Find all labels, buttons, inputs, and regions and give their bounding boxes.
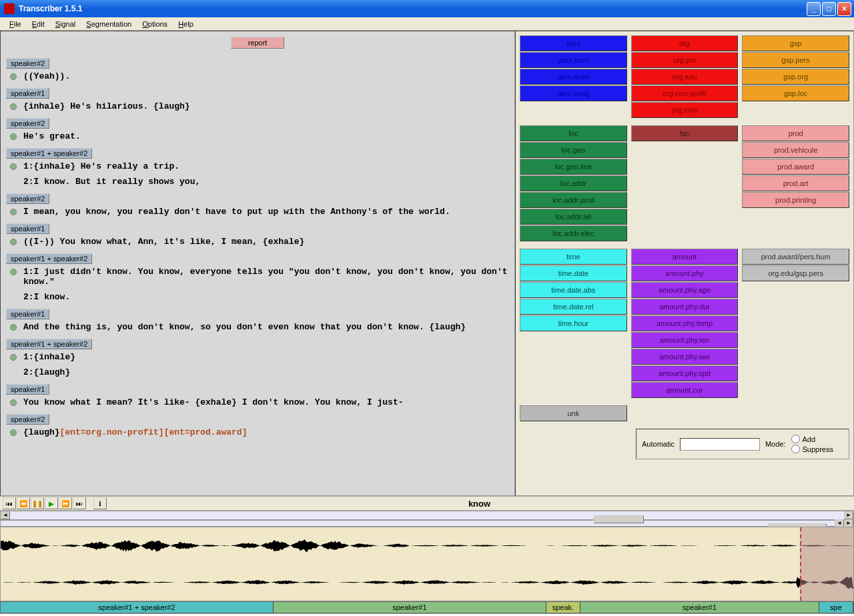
entity-prod-printing[interactable]: prod.printing	[742, 192, 849, 208]
entity-loc-addr-tel[interactable]: loc.addr.tel	[520, 209, 627, 225]
speaker-tag[interactable]: speaker#1	[6, 384, 49, 395]
segment[interactable]: speaker#1	[580, 602, 819, 613]
menu-signal[interactable]: Signal	[50, 19, 81, 29]
entity-org[interactable]: org	[631, 35, 739, 51]
segment[interactable]: speaker#1 + speaker#2	[1, 602, 274, 613]
entity-amount-phy-age[interactable]: amount.phy.age	[631, 282, 739, 298]
speaker-tag[interactable]: speaker#2	[6, 193, 49, 204]
entity-gsp[interactable]: gsp	[742, 35, 849, 51]
transcript-line[interactable]: You know what I mean? It's like- {exhale…	[3, 396, 512, 411]
waveform-scrollbar-2[interactable]: ◄ ►	[0, 520, 854, 527]
speaker-tag[interactable]: speaker#1 + speaker#2	[6, 148, 92, 159]
entity-org-com[interactable]: org.com	[631, 102, 739, 118]
info-button[interactable]: ℹ	[93, 497, 107, 509]
scroll-right-icon[interactable]: ►	[844, 511, 853, 519]
transcript-line[interactable]: He's great.	[3, 130, 512, 145]
entity-time-date-rel[interactable]: time.date.rel	[520, 299, 627, 315]
maximize-button[interactable]: □	[822, 2, 836, 16]
segment[interactable]: speaker#1	[274, 602, 546, 613]
menu-file[interactable]: File	[4, 19, 27, 29]
entity-prod-art[interactable]: prod.art	[742, 175, 849, 191]
menu-options[interactable]: Options	[137, 19, 173, 29]
minimize-button[interactable]: _	[807, 2, 821, 16]
entity-loc[interactable]: loc	[520, 125, 627, 141]
mode-suppress[interactable]: Suppress	[791, 445, 833, 453]
play-button[interactable]: ▶	[45, 497, 58, 509]
entity-org-edu[interactable]: org.edu	[631, 69, 739, 85]
entity-prod-vehicule[interactable]: prod.vehicule	[742, 142, 849, 158]
entity-gsp-pers[interactable]: gsp.pers	[742, 52, 849, 68]
transcript-line[interactable]: ((Yeah)).	[3, 70, 512, 85]
entity-loc-geo-line[interactable]: loc.geo.line	[520, 159, 627, 175]
entity-gsp-org[interactable]: gsp.org	[742, 69, 849, 85]
entity-loc-addr-elec[interactable]: loc.addr.elec	[520, 225, 627, 241]
entity-time[interactable]: time	[520, 249, 627, 265]
entity-loc-addr[interactable]: loc.addr	[520, 175, 627, 191]
entity-prod-award-pers-hum[interactable]: prod.award/pers.hum	[742, 249, 849, 265]
mode-add[interactable]: Add	[791, 435, 833, 443]
transcript-line[interactable]: ((I-)) You know what, Ann, it's like, I …	[3, 235, 512, 251]
entity-pers[interactable]: pers	[520, 35, 627, 51]
scroll-left-icon[interactable]: ◄	[1, 511, 10, 519]
transcript-line[interactable]: 1:I just didn't know. You know, everyone…	[3, 265, 512, 291]
transcript-line[interactable]: 2:I know. But it really shows you,	[3, 175, 512, 191]
segment-bar[interactable]: speaker#1 + speaker#2speaker#1speak.spea…	[0, 601, 854, 613]
entity-loc-addr-post[interactable]: loc.addr.post	[520, 192, 627, 208]
entity-org-pol[interactable]: org.pol	[631, 52, 739, 68]
skip-end-button[interactable]: ⏭	[73, 497, 86, 509]
waveform-scrollbar[interactable]: ◄ ► Resolution	[0, 511, 854, 520]
speaker-tag[interactable]: speaker#2	[6, 58, 49, 69]
entity-time-date[interactable]: time.date	[520, 265, 627, 281]
menu-segmentation[interactable]: Segmentation	[81, 19, 137, 29]
automatic-input[interactable]	[680, 438, 760, 451]
entity-amount-phy-dur[interactable]: amount.phy.dur	[631, 299, 739, 315]
entity-amount-phy-spd[interactable]: amount.phy.spd	[631, 365, 739, 381]
segment[interactable]: spe	[819, 602, 853, 613]
entity-pers-imag[interactable]: pers.imag	[520, 85, 627, 101]
speaker-tag[interactable]: speaker#1	[6, 223, 49, 234]
entity-time-hour[interactable]: time.hour	[520, 315, 627, 331]
pause-button[interactable]: ❚❚	[31, 497, 44, 509]
waveform-track-1[interactable]	[1, 527, 853, 564]
entity-org-edu-gsp-pers[interactable]: org.edu/gsp.pers	[742, 265, 849, 281]
entity-pers-anim[interactable]: pers.anim	[520, 69, 627, 85]
speaker-tag[interactable]: speaker#1 + speaker#2	[6, 339, 92, 349]
transcript-panel[interactable]: report speaker#2((Yeah)).speaker#1{inhal…	[0, 31, 515, 496]
transcript-line[interactable]: 1:{inhale} He's really a trip.	[3, 160, 512, 175]
speaker-tag[interactable]: speaker#1	[6, 88, 49, 99]
entity-amount-phy-temp[interactable]: amount.phy.temp	[631, 315, 739, 331]
entity-loc-geo[interactable]: loc.geo	[520, 142, 627, 158]
transcript-line[interactable]: 1:{inhale}	[3, 351, 512, 366]
transcript-line[interactable]: I mean, you know, you really don't have …	[3, 205, 512, 221]
menu-help[interactable]: Help	[173, 19, 199, 29]
entity-amount[interactable]: amount	[631, 249, 739, 265]
speaker-tag[interactable]: speaker#1 + speaker#2	[6, 253, 92, 264]
entity-amount-phy[interactable]: amount.phy	[631, 265, 739, 281]
transcript-line[interactable]: 2:{laugh}	[3, 366, 512, 381]
segment[interactable]: speak.	[546, 602, 580, 613]
entity-prod-award[interactable]: prod.award	[742, 159, 849, 175]
waveform-track-2[interactable]	[1, 564, 853, 601]
entity-pers-hum[interactable]: pers.hum	[520, 52, 627, 68]
report-button[interactable]: report	[231, 37, 284, 49]
entity-org-non-profit[interactable]: org.non-profit	[631, 85, 739, 101]
entity-time-date-abs[interactable]: time.date.abs	[520, 282, 627, 298]
transcript-line[interactable]: {laugh}[ent=org.non-profit][ent=prod.awa…	[3, 426, 512, 441]
transcript-line[interactable]: 2:I know.	[3, 291, 512, 306]
entity-unk[interactable]: unk	[520, 405, 627, 421]
skip-start-button[interactable]: ⏮	[3, 497, 16, 509]
entity-prod[interactable]: prod	[742, 125, 849, 141]
entity-gsp-loc[interactable]: gsp.loc	[742, 85, 849, 101]
entity-amount-phy-wei[interactable]: amount.phy.wei	[631, 349, 739, 365]
transcript-line[interactable]: And the thing is, you don't know, so you…	[3, 321, 512, 336]
menu-edit[interactable]: Edit	[27, 19, 50, 29]
speaker-tag[interactable]: speaker#1	[6, 309, 49, 319]
fforward-button[interactable]: ⏩	[59, 497, 72, 509]
close-button[interactable]: ×	[837, 2, 851, 16]
entity-fac[interactable]: fac	[631, 125, 739, 141]
waveform-area[interactable]	[0, 527, 854, 601]
speaker-tag[interactable]: speaker#2	[6, 118, 49, 129]
transcript-line[interactable]: {inhale} He's hilarious. {laugh}	[3, 100, 512, 115]
speaker-tag[interactable]: speaker#2	[6, 414, 49, 425]
entity-amount-cur[interactable]: amount.cur	[631, 382, 739, 398]
